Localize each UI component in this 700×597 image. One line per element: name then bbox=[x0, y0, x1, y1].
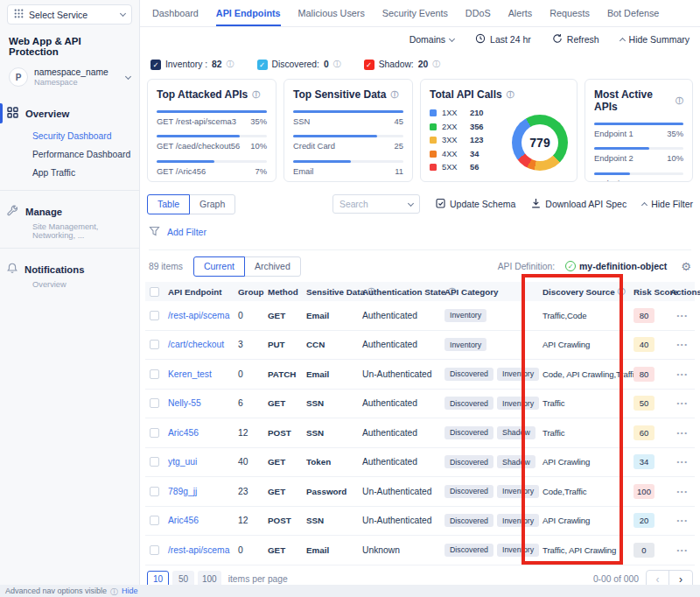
time-range-button[interactable]: Last 24 hr bbox=[475, 33, 531, 46]
select-all-checkbox[interactable] bbox=[150, 287, 159, 297]
sidebar-item-manage[interactable]: Manage bbox=[7, 199, 132, 224]
list-tab-archived[interactable]: Archived bbox=[244, 256, 301, 277]
cell-risk-score: 80 bbox=[634, 308, 670, 323]
endpoint-link[interactable]: 789g_jj bbox=[168, 487, 238, 496]
category-badge-inventory: Inventory bbox=[497, 368, 539, 381]
clock-icon bbox=[475, 33, 486, 46]
hide-summary-button[interactable]: Hide Summary bbox=[620, 34, 690, 45]
endpoint-link[interactable]: ytg_uui bbox=[168, 457, 238, 467]
items-count: 89 items bbox=[149, 262, 183, 271]
cell-risk-score: 80 bbox=[634, 367, 670, 382]
row-checkbox[interactable] bbox=[150, 398, 159, 408]
row-actions-button[interactable]: ••• bbox=[670, 399, 695, 407]
row-actions-button[interactable]: ••• bbox=[670, 488, 695, 495]
filter-toggle-discovered[interactable]: ✓Discovered:0ⓘ bbox=[257, 59, 341, 70]
checkbox-icon[interactable]: ✓ bbox=[257, 60, 268, 70]
metric-bar bbox=[293, 110, 403, 113]
tab-requests[interactable]: Requests bbox=[550, 0, 590, 26]
side-nav: Overview Security DashboardPerformance D… bbox=[7, 101, 132, 289]
hide-filter-button[interactable]: Hide Filter bbox=[642, 199, 693, 209]
endpoint-link[interactable]: Aric456 bbox=[168, 428, 238, 438]
row-checkbox[interactable] bbox=[150, 487, 159, 496]
tab-api-endpoints[interactable]: API Endpoints bbox=[216, 0, 281, 26]
row-actions-button[interactable]: ••• bbox=[670, 341, 695, 348]
tab-bot-defense[interactable]: Bot Defense bbox=[607, 0, 659, 26]
row-checkbox[interactable] bbox=[150, 545, 159, 555]
cell-discovery-source: Code,Traffic bbox=[542, 487, 634, 496]
tab-ddos[interactable]: DDoS bbox=[466, 0, 491, 26]
row-actions-button[interactable]: ••• bbox=[670, 546, 695, 554]
tab-security-events[interactable]: Security Events bbox=[382, 0, 448, 26]
metric-bar bbox=[594, 147, 683, 150]
category-badge-shadow: Shadow bbox=[497, 426, 536, 439]
sidebar-item-security-dashboard[interactable]: Security Dashboard bbox=[32, 127, 132, 145]
metric-bar bbox=[594, 123, 683, 125]
update-schema-button[interactable]: Update Schema bbox=[436, 198, 515, 210]
cell-method: POST bbox=[268, 516, 306, 525]
checkbox-icon[interactable]: ✓ bbox=[150, 60, 161, 70]
api-definition-value[interactable]: my-definition-object bbox=[579, 261, 667, 271]
cell-discovery-source: Traffic bbox=[542, 398, 634, 408]
endpoint-link[interactable]: Aric456 bbox=[168, 516, 238, 525]
add-filter-button[interactable]: Add Filter bbox=[167, 227, 206, 237]
table-row: /rest-api/scema0GETEmailUnknownDiscovere… bbox=[145, 536, 695, 565]
sidebar-item-overview[interactable]: Overview bbox=[7, 101, 132, 126]
tab-malicious-users[interactable]: Malicious Users bbox=[298, 0, 365, 26]
cell-auth-state: Authenticated bbox=[362, 311, 444, 320]
row-actions-button[interactable]: ••• bbox=[670, 458, 695, 466]
row-actions-button[interactable]: ••• bbox=[670, 429, 695, 437]
endpoint-link[interactable]: /rest-api/scema bbox=[168, 545, 238, 555]
top-nav: DashboardAPI EndpointsMalicious UsersSec… bbox=[140, 0, 700, 27]
row-checkbox[interactable] bbox=[150, 311, 159, 320]
sidebar-item-performance-dashboard[interactable]: Performance Dashboard bbox=[32, 145, 132, 164]
gear-icon[interactable]: ⚙ bbox=[681, 260, 691, 273]
funnel-icon bbox=[149, 224, 160, 240]
service-selector[interactable]: Select Service bbox=[7, 4, 132, 25]
domains-dropdown[interactable]: Domains bbox=[410, 34, 454, 45]
tab-dashboard[interactable]: Dashboard bbox=[152, 0, 199, 26]
risk-score-badge: 60 bbox=[634, 425, 654, 440]
endpoint-link[interactable]: /rest-api/scema bbox=[168, 311, 238, 320]
download-api-spec-button[interactable]: Download API Spec bbox=[531, 198, 626, 210]
row-checkbox[interactable] bbox=[150, 457, 159, 467]
filter-toggle-inventory[interactable]: ✓Inventory :82ⓘ bbox=[150, 59, 234, 70]
risk-score-badge: 80 bbox=[634, 308, 654, 323]
row-checkbox[interactable] bbox=[150, 369, 159, 379]
cell-auth-state: Authenticated bbox=[362, 340, 444, 349]
row-checkbox[interactable] bbox=[150, 516, 159, 525]
view-toggle-graph[interactable]: Graph bbox=[189, 194, 235, 214]
cell-discovery-source: Code, API Crawling,Traffic bbox=[542, 369, 634, 379]
refresh-button[interactable]: Refresh bbox=[552, 33, 599, 46]
sidebar-item-app-traffic[interactable]: App Traffic bbox=[32, 164, 132, 182]
hide-nav-options-link[interactable]: Hide bbox=[122, 586, 138, 595]
legend-swatch bbox=[430, 137, 437, 144]
table-row: Aric45612POSTSSNAuthenticatedDiscoveredS… bbox=[145, 418, 695, 448]
endpoint-link[interactable]: Keren_test bbox=[168, 369, 238, 379]
row-actions-button[interactable]: ••• bbox=[670, 516, 695, 524]
list-tab-current[interactable]: Current bbox=[193, 256, 245, 277]
row-actions-button[interactable]: ••• bbox=[670, 312, 695, 320]
tab-alerts[interactable]: Alerts bbox=[508, 0, 533, 26]
endpoint-link[interactable]: /cart/checkout bbox=[168, 340, 238, 349]
metric-value: 35% bbox=[667, 129, 683, 138]
wrench-icon bbox=[7, 205, 18, 218]
row-actions-button[interactable]: ••• bbox=[670, 370, 695, 378]
view-toggle-table[interactable]: Table bbox=[147, 194, 190, 214]
row-checkbox[interactable] bbox=[150, 340, 159, 349]
summary-card-top-sensitive-data: Top Sensitive DataⓘSSN45Credit Card25Ema… bbox=[284, 79, 413, 182]
checkbox-icon[interactable]: ✓ bbox=[364, 60, 374, 70]
category-badge-discovered: Discovered bbox=[444, 426, 494, 439]
metric-row: SSN45 bbox=[293, 110, 403, 126]
endpoint-link[interactable]: Nelly-55 bbox=[168, 398, 238, 408]
cell-group: 12 bbox=[238, 428, 268, 438]
summary-card-top-attacked-apis: Top Attacked APIsⓘGET /rest-api/scema335… bbox=[147, 79, 276, 182]
row-checkbox[interactable] bbox=[150, 428, 159, 438]
namespace-selector[interactable]: P namespace_name Namespace bbox=[7, 66, 132, 88]
bell-icon bbox=[7, 263, 18, 276]
sidebar-item-notifications[interactable]: Notifications bbox=[7, 256, 132, 282]
filter-toggle-shadow[interactable]: ✓Shadow:20ⓘ bbox=[364, 59, 441, 70]
search-input[interactable]: Search bbox=[332, 194, 420, 214]
cell-risk-score: 60 bbox=[634, 425, 670, 440]
category-badge-discovered: Discovered bbox=[444, 455, 494, 468]
cell-sensitive-data: Token bbox=[306, 457, 362, 467]
